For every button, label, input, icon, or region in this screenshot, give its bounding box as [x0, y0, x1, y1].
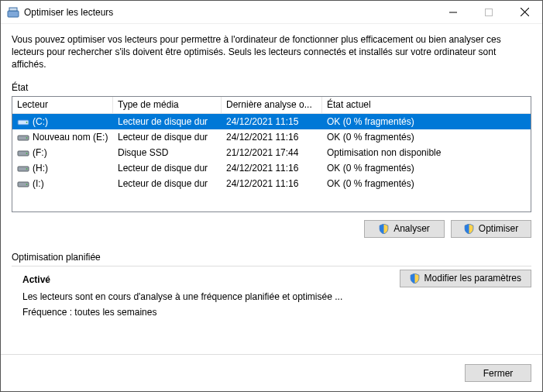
drive-cell: (H:): [12, 163, 113, 174]
state-label: État: [12, 82, 531, 93]
drive-cell: Nouveau nom (E:): [12, 132, 113, 143]
footer: Fermer: [1, 354, 542, 391]
status-cell: Optimisation non disponible: [322, 147, 531, 158]
shield-icon: [410, 273, 420, 284]
drive-icon: [17, 147, 29, 158]
last-cell: 21/12/2021 17:44: [222, 147, 322, 158]
status-cell: OK (0 % fragmentés): [322, 132, 531, 143]
svg-point-15: [26, 184, 28, 185]
column-drive[interactable]: Lecteur: [12, 97, 113, 114]
media-cell: Lecteur de disque dur: [113, 116, 222, 127]
shield-icon: [464, 224, 474, 234]
close-label: Fermer: [483, 368, 514, 379]
column-last[interactable]: Dernière analyse o...: [222, 97, 322, 114]
window: Optimiser les lecteurs Vous pouvez optim…: [0, 0, 543, 392]
media-cell: Disque SSD: [113, 147, 222, 158]
modify-settings-button[interactable]: Modifier les paramètres: [400, 270, 531, 287]
drive-name: (F:): [33, 147, 47, 158]
svg-point-7: [26, 122, 28, 123]
schedule-enabled: Activé: [22, 274, 392, 285]
table-row[interactable]: (F:)Disque SSD21/12/2021 17:44Optimisati…: [12, 145, 531, 160]
window-title: Optimiser les lecteurs: [24, 7, 113, 18]
drive-name: (C:): [33, 116, 48, 127]
last-cell: 24/12/2021 11:16: [222, 178, 322, 189]
media-cell: Lecteur de disque dur: [113, 132, 222, 143]
media-cell: Lecteur de disque dur: [113, 163, 222, 174]
svg-rect-3: [486, 9, 493, 15]
close-button[interactable]: [507, 1, 542, 24]
maximize-button: [471, 1, 507, 24]
drive-icon: [17, 116, 29, 127]
schedule-title: Optimisation planifiée: [12, 252, 531, 263]
divider: [12, 266, 531, 266]
analyze-button[interactable]: Analyser: [364, 220, 445, 238]
schedule-section: Optimisation planifiée Activé Les lecteu…: [12, 252, 531, 318]
table-row[interactable]: Nouveau nom (E:)Lecteur de disque dur24/…: [12, 129, 531, 145]
drive-icon: [17, 132, 29, 143]
drive-name: (I:): [33, 178, 44, 189]
titlebar: Optimiser les lecteurs: [1, 1, 542, 24]
drive-icon: [17, 163, 29, 174]
drive-cell: (I:): [12, 178, 113, 189]
svg-point-13: [26, 168, 28, 170]
content-area: Vous pouvez optimiser vos lecteurs pour …: [1, 24, 542, 354]
list-body: (C:)Lecteur de disque dur24/12/2021 11:1…: [12, 114, 531, 191]
status-cell: OK (0 % fragmentés): [322, 163, 531, 174]
table-row[interactable]: (H:)Lecteur de disque dur24/12/2021 11:1…: [12, 160, 531, 176]
schedule-freq: Fréquence : toutes les semaines: [22, 307, 392, 318]
drive-cell: (F:): [12, 147, 113, 158]
media-cell: Lecteur de disque dur: [113, 178, 222, 189]
svg-point-9: [26, 137, 28, 139]
last-cell: 24/12/2021 11:16: [222, 163, 322, 174]
last-cell: 24/12/2021 11:15: [222, 116, 322, 127]
status-cell: OK (0 % fragmentés): [322, 178, 531, 189]
last-cell: 24/12/2021 11:16: [222, 132, 322, 143]
column-status[interactable]: État actuel: [322, 97, 531, 114]
list-header[interactable]: Lecteur Type de média Dernière analyse o…: [12, 97, 531, 114]
svg-rect-1: [9, 8, 17, 11]
modify-label: Modifier les paramètres: [424, 273, 521, 284]
svg-point-11: [26, 153, 28, 154]
schedule-desc: Les lecteurs sont en cours d'analyse à u…: [22, 291, 392, 302]
drive-name: Nouveau nom (E:): [33, 132, 108, 143]
app-icon: [7, 6, 19, 19]
column-media[interactable]: Type de média: [113, 97, 222, 114]
drive-list[interactable]: Lecteur Type de média Dernière analyse o…: [12, 96, 531, 212]
optimize-button[interactable]: Optimiser: [451, 220, 531, 238]
analyze-label: Analyser: [394, 223, 430, 234]
table-row[interactable]: (C:)Lecteur de disque dur24/12/2021 11:1…: [12, 114, 531, 129]
optimize-label: Optimiser: [479, 223, 518, 234]
svg-rect-0: [8, 11, 19, 17]
minimize-button[interactable]: [435, 1, 471, 24]
close-dialog-button[interactable]: Fermer: [465, 364, 531, 382]
drive-cell: (C:): [12, 116, 113, 127]
status-cell: OK (0 % fragmentés): [322, 116, 531, 127]
drive-icon: [17, 178, 29, 189]
shield-icon: [379, 224, 389, 234]
intro-text: Vous pouvez optimiser vos lecteurs pour …: [12, 33, 531, 71]
drive-name: (H:): [33, 163, 48, 174]
action-buttons: Analyser Optimiser: [12, 220, 531, 238]
table-row[interactable]: (I:)Lecteur de disque dur24/12/2021 11:1…: [12, 176, 531, 191]
